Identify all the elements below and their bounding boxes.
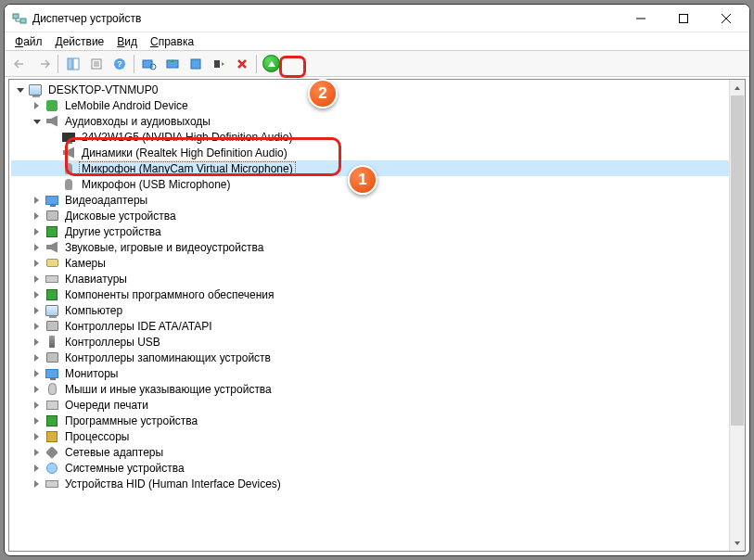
menu-help[interactable]: Справка [144, 33, 200, 50]
category-label: Видеоадаптеры [63, 194, 149, 207]
menu-file[interactable]: Файл [8, 33, 49, 50]
category-icon [45, 240, 59, 255]
tree-category[interactable]: Очереди печати [11, 397, 745, 413]
tree-category[interactable]: Звуковые, игровые и видеоустройства [11, 239, 745, 255]
tree-category[interactable]: Мыши и иные указывающие устройства [11, 381, 745, 397]
expander-icon[interactable] [32, 384, 42, 394]
app-icon [12, 11, 27, 26]
tree-category[interactable]: Контроллеры запоминающих устройств [11, 350, 745, 365]
expander-icon[interactable] [32, 305, 42, 315]
expander-icon[interactable] [32, 447, 42, 457]
tree-item-selected[interactable]: Микрофон (ManyCam Virtual Microphone) [11, 160, 745, 176]
toolbar-separator [256, 55, 257, 73]
expander-icon[interactable] [15, 84, 25, 95]
disable-button[interactable] [208, 54, 229, 74]
category-icon [45, 461, 59, 476]
show-hide-tree-button[interactable] [62, 54, 83, 74]
device-label: 24V2W1G5 (NVIDIA High Definition Audio) [80, 131, 294, 144]
expander-icon[interactable] [32, 226, 42, 236]
android-icon [45, 98, 59, 113]
menu-view[interactable]: Вид [110, 33, 144, 50]
tree-root[interactable]: DESKTOP-VTNMUP0 [11, 82, 745, 97]
expander-icon[interactable] [32, 210, 42, 221]
category-label: Очереди печати [63, 399, 150, 412]
expander-icon[interactable] [32, 337, 42, 347]
svg-rect-1 [20, 19, 26, 23]
tree-category[interactable]: Видеоадаптеры [11, 192, 745, 208]
device-label: Микрофон (ManyCam Virtual Microphone) [80, 162, 295, 175]
expander-icon[interactable] [32, 478, 42, 489]
expander-icon[interactable] [32, 116, 42, 126]
delete-button[interactable] [231, 54, 252, 74]
category-label: Звуковые, игровые и видеоустройства [63, 241, 265, 254]
expander-icon[interactable] [32, 289, 42, 299]
expander-icon[interactable] [32, 195, 42, 205]
device-tree[interactable]: DESKTOP-VTNMUP0 LeMobile Android Device … [9, 80, 745, 493]
tree-content: DESKTOP-VTNMUP0 LeMobile Android Device … [8, 79, 746, 552]
tree-category[interactable]: Контроллеры USB [11, 334, 745, 350]
category-label: Другие устройства [63, 225, 163, 238]
category-icon [45, 350, 59, 365]
category-label: Процессоры [63, 430, 132, 443]
tree-category[interactable]: Программные устройства [11, 413, 745, 428]
scroll-up-button[interactable] [730, 80, 745, 95]
category-label: Устройства HID (Human Interface Devices) [63, 477, 283, 490]
tree-item[interactable]: Динамики (Realtek High Definition Audio) [11, 145, 745, 160]
minimize-button[interactable] [620, 5, 662, 32]
category-label: LeMobile Android Device [63, 99, 190, 112]
tree-category[interactable]: Мониторы [11, 365, 745, 381]
tree-category[interactable]: Системные устройства [11, 460, 745, 476]
toolbar-separator [134, 55, 134, 73]
svg-text:?: ? [117, 59, 122, 69]
uninstall-button[interactable] [185, 54, 206, 74]
tree-category[interactable]: Камеры [11, 255, 745, 271]
forward-button[interactable] [32, 54, 54, 74]
expander-icon[interactable] [32, 400, 42, 410]
expander-icon[interactable] [32, 274, 42, 284]
svg-rect-7 [73, 58, 79, 70]
tree-category[interactable]: Компьютер [11, 302, 745, 318]
tree-category[interactable]: Другие устройства [11, 223, 745, 239]
enable-device-button[interactable] [261, 54, 282, 74]
category-icon [45, 382, 59, 397]
menubar: Файл Действие Вид Справка [5, 32, 749, 51]
update-driver-button[interactable] [161, 54, 183, 74]
category-label: Клавиатуры [63, 273, 129, 286]
expander-icon[interactable] [32, 415, 42, 426]
tree-category-audio[interactable]: Аудиовходы и аудиовыходы [11, 113, 745, 129]
expander-icon[interactable] [32, 431, 42, 441]
scroll-thumb[interactable] [731, 95, 744, 426]
monitor-icon [61, 130, 76, 145]
expander-icon[interactable] [32, 463, 42, 473]
menu-action[interactable]: Действие [49, 33, 111, 50]
expander-icon[interactable] [32, 100, 42, 110]
tree-category[interactable]: Дисковые устройства [11, 208, 745, 223]
tree-item[interactable]: Микрофон (USB Microphone) [11, 176, 745, 192]
toolbar: ? [5, 51, 749, 77]
help-button[interactable]: ? [109, 54, 130, 74]
expander-icon[interactable] [32, 368, 42, 378]
expander-icon[interactable] [32, 321, 42, 331]
category-label: Программные устройства [63, 414, 199, 427]
properties-button[interactable] [85, 54, 107, 74]
category-label: Системные устройства [63, 462, 186, 475]
tree-category[interactable]: Клавиатуры [11, 271, 745, 286]
scroll-down-button[interactable] [730, 535, 745, 551]
svg-rect-6 [68, 58, 72, 70]
tree-category[interactable]: Устройства HID (Human Interface Devices) [11, 476, 745, 491]
expander-icon[interactable] [32, 258, 42, 268]
tree-category[interactable]: Контроллеры IDE ATA/ATAPI [11, 318, 745, 334]
back-button[interactable] [9, 54, 31, 74]
close-button[interactable] [705, 5, 748, 32]
expander-icon[interactable] [32, 242, 42, 252]
maximize-button[interactable] [662, 5, 705, 32]
tree-item[interactable]: 24V2W1G5 (NVIDIA High Definition Audio) [11, 129, 745, 145]
tree-category[interactable]: Процессоры [11, 428, 745, 444]
tree-category[interactable]: Сетевые адаптеры [11, 444, 745, 460]
category-label: Контроллеры запоминающих устройств [63, 351, 273, 364]
expander-icon[interactable] [32, 352, 42, 363]
tree-category[interactable]: Компоненты программного обеспечения [11, 286, 745, 302]
scan-hardware-button[interactable] [138, 54, 160, 74]
tree-category[interactable]: LeMobile Android Device [11, 97, 745, 113]
vertical-scrollbar[interactable] [729, 80, 745, 551]
